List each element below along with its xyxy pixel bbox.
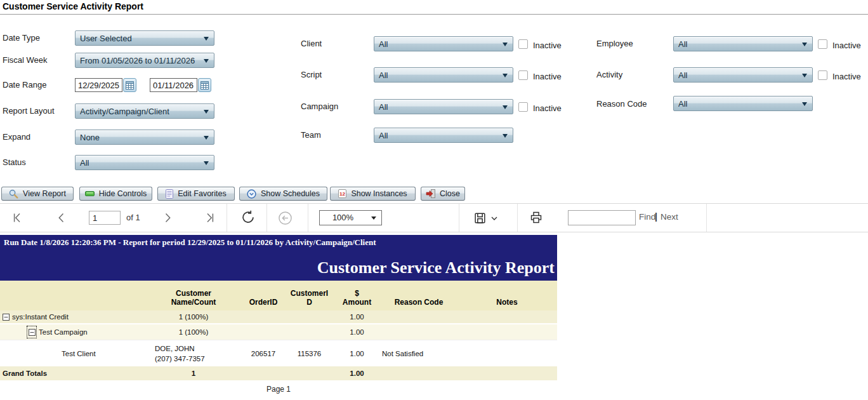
table-row-detail: Test Client DOE, JOHN (207) 347-7357 206… — [0, 340, 557, 366]
close-door-icon — [426, 189, 435, 198]
page-title: Customer Service Activity Report — [3, 1, 143, 11]
show-instances-button[interactable]: 12 Show Instances — [330, 187, 416, 201]
svg-text:12: 12 — [339, 191, 345, 197]
employee-inactive-checkbox[interactable] — [818, 39, 827, 49]
toolbar-divider — [227, 204, 227, 232]
activity-inactive-checkbox[interactable] — [818, 70, 827, 80]
col-header-text: Customer Name/Count — [168, 289, 220, 307]
reason-code-cell — [381, 324, 457, 340]
chevron-down-icon — [371, 217, 376, 220]
date-type-value: User Selected — [80, 31, 132, 46]
col-header-customer-name-count: Customer Name/Count — [146, 289, 241, 310]
activity-dropdown[interactable]: All — [673, 67, 813, 83]
page-number-input[interactable] — [89, 211, 121, 225]
col-header-reason-code: Reason Code — [381, 298, 457, 310]
status-dropdown[interactable]: All — [75, 155, 214, 170]
date-type-dropdown[interactable]: User Selected — [75, 30, 214, 46]
toolbar-divider — [308, 204, 308, 232]
toolbar-divider — [706, 204, 707, 232]
date-range-label: Date Range — [3, 77, 46, 93]
find-link[interactable]: Find — [639, 212, 655, 222]
last-page-icon[interactable] — [202, 211, 216, 225]
chevron-down-icon — [204, 110, 209, 114]
fiscal-week-value: From 01/05/2026 to 01/11/2026 — [80, 53, 195, 68]
save-icon[interactable] — [473, 211, 487, 225]
collapse-box-icon[interactable] — [3, 314, 10, 321]
hide-controls-button[interactable]: Hide Controls — [79, 187, 152, 201]
col-header-text: $ Amount — [341, 289, 374, 307]
print-icon[interactable] — [529, 211, 543, 225]
table-header-row: Customer Name/Count OrderID CustomerID $… — [0, 281, 557, 310]
magnifier-icon — [9, 189, 18, 199]
amount-cell: 1.00 — [333, 340, 381, 366]
first-page-icon[interactable] — [11, 211, 25, 225]
back-icon[interactable] — [277, 210, 293, 226]
script-value: All — [379, 68, 388, 83]
status-label: Status — [3, 155, 26, 170]
table-row-grand-totals: Grand Totals 1 1.00 — [0, 366, 557, 380]
close-button[interactable]: Close — [421, 187, 465, 201]
notes-cell — [457, 324, 557, 340]
script-dropdown[interactable]: All — [374, 67, 513, 83]
campaign-inactive-label: Inactive — [533, 103, 562, 113]
chevron-down-icon — [204, 59, 209, 63]
campaign-inactive-checkbox[interactable] — [518, 102, 528, 112]
previous-page-icon[interactable] — [55, 211, 69, 225]
reason-code-dropdown[interactable]: All — [673, 96, 813, 111]
customer-id-cell: 115376 — [286, 340, 333, 366]
client-inactive-checkbox[interactable] — [518, 39, 528, 49]
expand-dropdown[interactable]: None — [75, 130, 214, 145]
report-layout-dropdown[interactable]: Activity/Campaign/Client — [75, 103, 214, 119]
page-count-label: of 1 — [126, 213, 140, 222]
collapse-box-icon[interactable] — [29, 329, 36, 336]
client-label: Client — [301, 36, 322, 51]
chevron-down-icon — [503, 105, 508, 109]
toolbar-divider — [517, 204, 518, 232]
customer-name-line2: (207) 347-7357 — [155, 354, 205, 364]
find-input[interactable] — [568, 210, 636, 225]
amount-cell: 1.00 — [333, 310, 381, 323]
calendar-icon[interactable] — [123, 78, 136, 92]
grand-customer-count-cell: 1 — [146, 366, 241, 380]
table-row-activity-group: sys:Instant Credit 1 (100%) 1.00 — [0, 310, 557, 324]
campaign-dropdown[interactable]: All — [374, 99, 513, 114]
edit-favorites-button[interactable]: Edit Favorites — [157, 187, 235, 201]
title-divider — [0, 14, 868, 15]
chevron-down-icon[interactable] — [490, 215, 498, 222]
client-inactive-label: Inactive — [533, 41, 562, 50]
script-inactive-checkbox[interactable] — [518, 70, 528, 80]
col-header-customer-id: CustomerID — [286, 289, 333, 310]
clock-icon — [247, 189, 256, 199]
next-link[interactable]: Next — [661, 212, 678, 222]
calendar-icon[interactable] — [198, 78, 211, 92]
report-run-line: Run Date 1/8/2026 12:20:36 PM - Report f… — [4, 237, 376, 248]
team-dropdown[interactable]: All — [374, 128, 513, 143]
next-page-icon[interactable] — [161, 211, 174, 225]
document-icon — [166, 189, 173, 199]
report-page-number: Page 1 — [0, 385, 557, 394]
show-schedules-button[interactable]: Show Schedules — [239, 187, 327, 201]
employee-dropdown[interactable]: All — [673, 36, 813, 51]
customer-name-cell: DOE, JOHN (207) 347-7357 — [146, 340, 241, 366]
col-header-order-id: OrderID — [241, 298, 286, 310]
reason-code-cell — [381, 310, 457, 323]
fiscal-week-dropdown[interactable]: From 01/05/2026 to 01/11/2026 — [75, 53, 214, 68]
date-range-from-input[interactable] — [75, 78, 122, 92]
customer-id-cell — [286, 324, 333, 340]
chevron-down-icon — [503, 43, 508, 46]
client-value: All — [379, 37, 388, 51]
reason-code-value: All — [678, 97, 687, 111]
col-header-amount: $ Amount — [333, 289, 381, 310]
report-header-band: Run Date 1/8/2026 12:20:36 PM - Report f… — [0, 235, 557, 281]
view-report-button[interactable]: View Report — [1, 187, 74, 201]
chevron-down-icon — [503, 134, 508, 138]
client-dropdown[interactable]: All — [374, 36, 513, 51]
reason-code-label: Reason Code — [596, 97, 647, 112]
group-name-cell: Test Campaign — [0, 324, 146, 340]
show-instances-label: Show Instances — [351, 189, 407, 198]
refresh-icon[interactable] — [240, 210, 256, 226]
activity-group-name: sys:Instant Credit — [12, 313, 69, 321]
zoom-dropdown[interactable]: 100% — [319, 210, 382, 225]
date-range-to-input[interactable] — [150, 78, 197, 92]
group-name-cell: sys:Instant Credit — [0, 310, 146, 323]
